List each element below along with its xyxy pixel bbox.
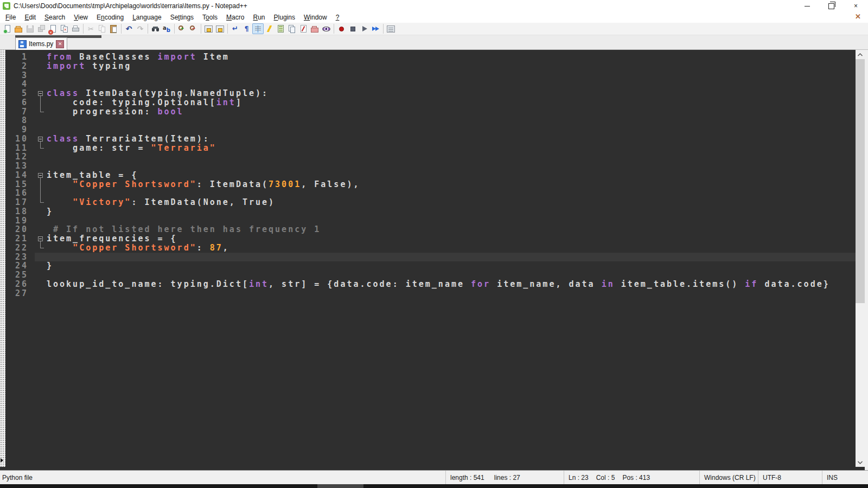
dock-splitter-strip[interactable] [0,50,5,467]
code-line-14[interactable]: 14item_table = { [5,171,868,180]
menu-item-encoding[interactable]: Encoding [92,12,128,22]
code-line-9[interactable]: 9 [5,125,868,134]
code-line-25[interactable]: 25 [5,271,868,280]
code-line-12[interactable]: 12 [5,152,868,162]
code-text[interactable]: class TerrariaItem(Item): [47,134,210,144]
code-line-10[interactable]: 10class TerrariaItem(Item): [5,134,868,144]
fold-collapse-icon[interactable] [35,171,47,180]
menu-item-language[interactable]: Language [128,12,166,22]
menu-item-window[interactable]: Window [299,12,331,22]
menu-item-help[interactable]: ? [331,12,344,22]
word-wrap-button[interactable] [229,23,241,34]
scroll-up-arrow-icon[interactable] [856,50,865,59]
menu-item-file[interactable]: File [1,12,20,22]
replace-button[interactable] [161,23,173,34]
tab-close-icon[interactable]: ✕ [56,40,64,48]
close-file-button[interactable] [47,23,59,34]
code-line-1[interactable]: 1from BaseClasses import Item [5,53,868,62]
code-text[interactable]: class ItemData(typing.NamedTuple): [47,89,269,98]
menu-item-edit[interactable]: Edit [20,12,40,22]
code-line-15[interactable]: 15 "Copper Shortsword": ItemData(73001, … [5,180,868,189]
code-text[interactable]: } [47,261,53,271]
code-line-22[interactable]: 22 "Copper Shortsword": 87, [5,243,868,253]
code-line-27[interactable]: 27 [5,289,868,298]
scrollbar-thumb[interactable] [856,59,865,303]
code-line-26[interactable]: 26lookup_id_to_name: typing.Dict[int, st… [5,280,868,289]
function-list-button[interactable] [298,23,309,34]
code-line-4[interactable]: 4 [5,80,868,89]
document-map-button[interactable] [275,23,286,34]
new-file-button[interactable] [2,23,13,34]
code-text[interactable]: "Copper Shortsword": 87, [47,243,229,253]
code-line-19[interactable]: 19 [5,216,868,226]
code-text[interactable]: game: str = "Terraria" [47,144,216,153]
code-text[interactable]: } [47,207,53,216]
print-button[interactable] [70,23,81,34]
minimize-button[interactable] [795,0,819,12]
undo-button[interactable] [123,23,135,34]
dock-arrow-right-icon[interactable] [1,458,3,463]
open-file-button[interactable] [13,23,24,34]
fold-collapse-icon[interactable] [35,89,47,98]
sync-horizontal-scroll-button[interactable] [214,23,226,34]
code-line-13[interactable]: 13 [5,162,868,171]
editor[interactable]: 1from BaseClasses import Item2import typ… [0,50,868,470]
menu-item-macro[interactable]: Macro [222,12,248,22]
user-defined-language-button[interactable] [264,23,275,34]
menu-item-settings[interactable]: Settings [166,12,198,22]
paste-button[interactable] [108,23,119,34]
code-line-21[interactable]: 21item_frequencies = { [5,234,868,243]
code-text[interactable]: "Victory": ItemData(None, True) [47,198,275,207]
menu-item-search[interactable]: Search [40,12,69,22]
code-lines[interactable]: 1from BaseClasses import Item2import typ… [5,50,868,470]
menu-item-plugins[interactable]: Plugins [270,12,299,22]
close-all-button[interactable] [59,23,70,34]
code-text[interactable]: progression: bool [47,107,184,117]
code-text[interactable]: import typing [47,62,131,71]
monitoring-button[interactable] [321,23,332,34]
code-line-16[interactable]: 16 [5,189,868,198]
show-indent-guide-button[interactable] [252,23,264,34]
code-line-2[interactable]: 2import typing [5,62,868,71]
close-button[interactable]: × [844,0,868,12]
code-line-11[interactable]: 11 game: str = "Terraria" [5,144,868,153]
code-text[interactable]: code: typing.Optional[int] [47,98,242,107]
fold-collapse-icon[interactable] [35,134,47,144]
code-text[interactable]: "Copper Shortsword": ItemData(73001, Fal… [47,180,360,189]
sync-vertical-scroll-button[interactable] [203,23,214,34]
menu-item-tools[interactable]: Tools [198,12,222,22]
record-macro-button[interactable] [336,23,347,34]
code-line-17[interactable]: 17 "Victory": ItemData(None, True) [5,198,868,207]
run-macro-multiple-times-button[interactable] [370,23,381,34]
find-button[interactable] [150,23,161,34]
close-document-x-button[interactable]: ✕ [855,12,861,21]
code-line-23[interactable]: 23 [5,253,868,262]
code-text[interactable]: item_table = { [47,171,138,180]
code-line-24[interactable]: 24} [5,261,868,271]
zoom-out-button[interactable] [188,23,199,34]
stop-recording-button[interactable] [347,23,359,34]
code-line-7[interactable]: 7 progression: bool [5,107,868,117]
zoom-in-button[interactable] [176,23,188,34]
code-text[interactable]: lookup_id_to_name: typing.Dict[int, str]… [47,280,830,289]
playback-macro-button[interactable] [359,23,370,34]
scroll-down-arrow-icon[interactable] [856,458,865,467]
code-line-5[interactable]: 5class ItemData(typing.NamedTuple): [5,89,868,98]
show-all-characters-button[interactable] [241,23,252,34]
menu-item-view[interactable]: View [69,12,92,22]
vertical-scrollbar[interactable] [856,50,865,467]
code-line-20[interactable]: 20 # If not listed here then has frequen… [5,225,868,234]
code-line-3[interactable]: 3 [5,71,868,80]
menu-item-run[interactable]: Run [248,12,269,22]
save-recorded-macro-button[interactable] [385,23,397,34]
code-line-18[interactable]: 18} [5,207,868,216]
code-line-6[interactable]: 6 code: typing.Optional[int] [5,98,868,107]
fold-collapse-icon[interactable] [35,234,47,243]
code-text[interactable]: item_frequencies = { [47,234,177,243]
document-list-button[interactable] [286,23,298,34]
tab-items-py[interactable]: Items.py ✕ [15,37,67,50]
restore-button[interactable] [819,0,844,12]
folder-as-workspace-button[interactable] [309,23,321,34]
code-text[interactable]: from BaseClasses import Item [47,53,229,62]
code-text[interactable]: # If not listed here then has frequency … [47,225,321,234]
